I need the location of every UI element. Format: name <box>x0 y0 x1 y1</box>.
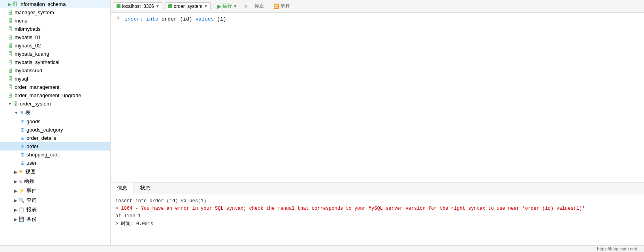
sidebar-label-mlbmybatis: mlbmybatis <box>15 26 41 32</box>
sidebar-label-mybatis_01: mybatis_01 <box>15 34 41 40</box>
sidebar-label-menu: menu <box>15 18 28 24</box>
sidebar-label-mysql: mysql <box>15 76 28 82</box>
sidebar-item-tables-group[interactable]: ▼ ⊞ 表 <box>0 108 110 117</box>
sidebar-item-goods_category[interactable]: ⊞ goods_category <box>0 126 110 134</box>
table-icon: ⊞ <box>21 160 24 166</box>
chevron-down-icon: ▼ <box>204 4 208 8</box>
sidebar-label-backups: 备份 <box>26 216 37 223</box>
sidebar-label-goods_category: goods_category <box>26 127 63 133</box>
db-icon: 🗄 <box>8 51 13 57</box>
stop-button[interactable]: 停止 <box>251 2 267 10</box>
db-icon: 🗄 <box>8 93 13 98</box>
message-line-1: insert into order (id) values(1) <box>115 197 639 205</box>
sidebar-item-events-group[interactable]: ▶ ⚡ 事件 <box>0 186 110 196</box>
query-group-icon: 🔍 <box>19 197 24 203</box>
line-content-1: insert into order (id) values (1) <box>124 16 226 22</box>
explain-icon: 🔀 <box>273 4 279 9</box>
database-selector[interactable]: order_system ▼ <box>166 2 211 10</box>
sidebar-label-mybatis_02: mybatis_02 <box>15 43 41 49</box>
sidebar-item-order[interactable]: ⊞ order <box>0 142 110 150</box>
sidebar-label-information_schema: information_schema <box>19 1 66 7</box>
chevron-right-icon: ▶ <box>14 198 17 203</box>
sidebar-item-backups-group[interactable]: ▶ 💾 备份 <box>0 214 110 224</box>
chevron-right-icon: ▶ <box>14 189 17 193</box>
view-group-icon: 👁 <box>19 169 23 175</box>
sidebar-item-order_management[interactable]: 🗄 order_management <box>0 83 110 91</box>
db-icon: 🗄 <box>8 85 13 90</box>
sidebar-item-mysql[interactable]: 🗄 mysql <box>0 75 110 83</box>
code-line-1: 1 insert into order (id) values (1) <box>111 16 644 23</box>
sidebar-item-information_schema[interactable]: ▶ 🗄 information_schema <box>0 0 110 8</box>
sidebar-item-mybatis_02[interactable]: 🗄 mybatis_02 <box>0 41 110 50</box>
sidebar-item-mybatiscrud[interactable]: 🗄 mybatiscrud <box>0 66 110 75</box>
connection-label: localhost_3306 <box>122 4 154 9</box>
connection-dot <box>117 4 121 8</box>
db-icon: 🗄 <box>8 35 13 40</box>
db-icon: 🗄 <box>8 76 13 82</box>
report-group-icon: 📋 <box>19 207 24 213</box>
status-url: https://blog.csdn.net/... <box>597 246 641 251</box>
sidebar-label-shopping_cart: shopping_cart <box>26 152 59 158</box>
db-icon: 🗄 <box>8 18 13 24</box>
message-line-2: > 1064 - You have an error in your SQL s… <box>115 205 639 213</box>
sidebar-item-manager_system[interactable]: 🗄 manager_system <box>0 8 110 17</box>
line-number-1: 1 <box>111 16 124 22</box>
table-icon: ⊞ <box>21 135 24 141</box>
keyword-into: into <box>146 16 158 22</box>
sidebar-item-mybatis_synthetical[interactable]: 🗄 mybatis_synthetical <box>0 58 110 66</box>
sidebar-label-user: user <box>26 160 36 166</box>
code-editor[interactable]: 1 insert into order (id) values (1) <box>111 13 644 182</box>
sidebar-item-order_management_upgrade[interactable]: 🗄 order_management_upgrade <box>0 91 110 100</box>
bottom-panel: 信息 状态 insert into order (id) values(1) >… <box>111 182 644 245</box>
keyword-values: values <box>195 16 214 22</box>
sidebar-item-queries-group[interactable]: ▶ 🔍 查询 <box>0 196 110 205</box>
db-icon: ▶ 🗄 <box>8 2 17 7</box>
bottom-content: insert into order (id) values(1) > 1064 … <box>111 194 644 245</box>
backup-group-icon: 💾 <box>19 216 24 222</box>
run-dropdown-icon: ▼ <box>233 4 237 8</box>
connection-selector[interactable]: localhost_3306 ▼ <box>114 2 162 10</box>
separator: ■ <box>244 3 247 9</box>
tab-info[interactable]: 信息 <box>111 182 134 194</box>
chevron-right-icon: ▶ <box>14 217 17 222</box>
sidebar-item-functions-group[interactable]: ▶ fx 函数 <box>0 177 110 186</box>
sidebar-label-goods: goods <box>26 118 40 124</box>
sidebar-item-order_system[interactable]: ▼ 🗄 order_system <box>0 100 110 108</box>
sidebar-item-reports-group[interactable]: ▶ 📋 报表 <box>0 205 110 214</box>
sidebar-label-manager_system: manager_system <box>15 9 54 15</box>
chevron-right-icon: ▶ <box>14 179 17 184</box>
run-button[interactable]: ▶ 运行 ▼ <box>214 2 240 10</box>
sidebar-item-order_details[interactable]: ⊞ order_details <box>0 134 110 142</box>
explain-button[interactable]: 🔀 解释 <box>270 2 293 10</box>
chevron-right-icon: ▶ <box>14 170 17 174</box>
sidebar-item-menu[interactable]: 🗄 menu <box>0 17 110 25</box>
table-icon: ⊞ <box>21 152 24 158</box>
table-icon: ⊞ <box>21 119 24 124</box>
sidebar-label-views: 视图 <box>25 168 36 175</box>
sidebar-label-mybatis_kuang: mybatis_kuang <box>15 51 49 57</box>
run-label: 运行 <box>222 3 232 9</box>
sidebar-label-mybatiscrud: mybatiscrud <box>15 68 42 73</box>
sidebar-item-mybatis_01[interactable]: 🗄 mybatis_01 <box>0 33 110 41</box>
stop-label: 停止 <box>254 3 264 9</box>
sidebar-item-user[interactable]: ⊞ user <box>0 159 110 167</box>
sidebar-label-tables: 表 <box>25 109 30 116</box>
chevron-right-icon: ▶ <box>14 208 17 212</box>
sidebar-item-views-group[interactable]: ▶ 👁 视图 <box>0 167 110 177</box>
tab-status[interactable]: 状态 <box>134 182 157 194</box>
sidebar-label-events: 事件 <box>26 187 37 194</box>
sidebar-item-mlbmybatis[interactable]: 🗄 mlbmybatis <box>0 25 110 33</box>
db-icon: 🗄 <box>8 26 13 32</box>
toolbar: localhost_3306 ▼ order_system ▼ ▶ 运行 ▼ ■… <box>111 0 644 13</box>
sidebar-item-shopping_cart[interactable]: ⊞ shopping_cart <box>0 150 110 159</box>
message-line-4: > 时间: 0.001s <box>115 220 639 228</box>
sidebar-label-reports: 报表 <box>26 206 37 213</box>
sidebar-label-functions: 函数 <box>24 178 34 185</box>
explain-label: 解释 <box>281 3 290 9</box>
bottom-tabs: 信息 状态 <box>111 182 644 194</box>
sidebar-item-mybatis_kuang[interactable]: 🗄 mybatis_kuang <box>0 50 110 58</box>
message-line-3: at line 1 <box>115 213 639 220</box>
sidebar-label-order_management_upgrade: order_management_upgrade <box>15 92 81 98</box>
sidebar-item-goods[interactable]: ⊞ goods <box>0 117 110 126</box>
db-icon: 🗄 <box>8 68 13 73</box>
